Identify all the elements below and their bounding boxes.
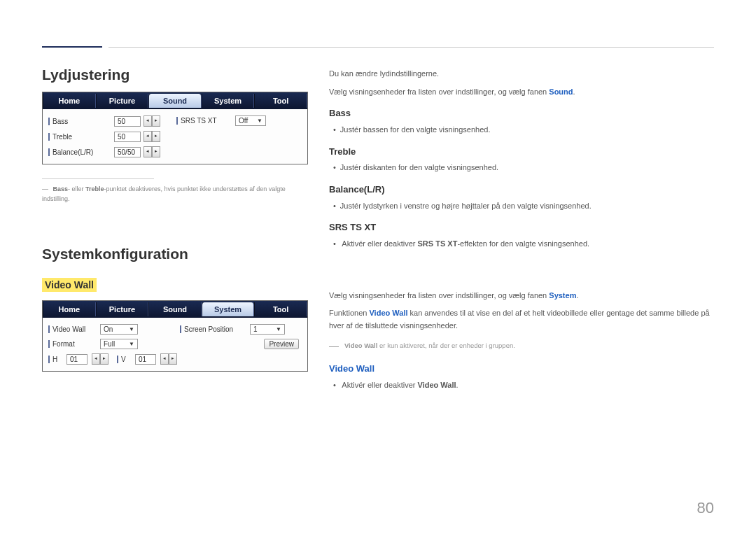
bullet-srs: Aktivér eller deaktiver SRS TS XT-effekt… xyxy=(342,238,714,251)
bullet-bass: Justér bassen for den valgte visningsenh… xyxy=(342,124,714,136)
tab-tool[interactable]: Tool xyxy=(254,94,307,108)
sys-note: ― Video Wall er kun aktiveret, når der e… xyxy=(329,338,714,353)
format-dropdown[interactable]: Full▼ xyxy=(100,339,138,349)
sound-panel: Home Picture Sound System Tool Bass 50 ◂… xyxy=(42,92,308,164)
tab-system-2[interactable]: System xyxy=(202,302,255,316)
bullet-videowall: Aktivér eller deaktiver Video Wall. xyxy=(342,379,714,392)
balance-value[interactable]: 50/50 xyxy=(114,147,141,157)
highlight-video-wall: Video Wall xyxy=(42,278,97,292)
system-tab-bar: Home Picture Sound System Tool xyxy=(43,301,307,318)
intro-line-1: Du kan ændre lydindstillingerne. xyxy=(329,68,714,80)
tab-picture[interactable]: Picture xyxy=(96,94,149,108)
section-title-system: Systemkonfiguration xyxy=(42,246,308,262)
subhead-bass: Bass xyxy=(329,106,714,121)
intro-line-2: Vælg visningsenheder fra listen over ind… xyxy=(329,86,714,99)
tab-picture-2[interactable]: Picture xyxy=(96,302,149,316)
bass-label: Bass xyxy=(48,118,111,125)
subhead-balance: Balance(L/R) xyxy=(329,183,714,197)
format-label: Format xyxy=(48,340,97,348)
chevron-down-icon: ▼ xyxy=(129,326,134,332)
tab-sound[interactable]: Sound xyxy=(148,94,202,108)
srs-label: SRS TS XT xyxy=(176,117,232,125)
h-label: H xyxy=(48,356,62,363)
bullet-balance: Justér lydstyrken i venstre og højre høj… xyxy=(342,200,714,213)
subhead-videowall: Video Wall xyxy=(329,362,714,377)
preview-button[interactable]: Preview xyxy=(264,339,299,349)
tab-tool-2[interactable]: Tool xyxy=(254,302,307,316)
page-number: 80 xyxy=(697,499,714,517)
treble-label: Treble xyxy=(48,133,111,141)
sys-desc: Funktionen Video Wall kan anvendes til a… xyxy=(329,307,714,332)
treble-value[interactable]: 50 xyxy=(114,132,141,142)
screenpos-dropdown[interactable]: 1▼ xyxy=(250,324,285,335)
treble-spinner[interactable]: ◂▸ xyxy=(144,131,160,142)
h-value[interactable]: 01 xyxy=(66,354,88,365)
bass-spinner[interactable]: ◂▸ xyxy=(144,115,160,127)
videowall-dropdown[interactable]: On▼ xyxy=(100,324,138,335)
bass-value[interactable]: 50 xyxy=(114,116,141,127)
videowall-label: Video Wall xyxy=(48,325,97,333)
sound-tab-bar: Home Picture Sound System Tool xyxy=(43,92,307,109)
footnote-divider xyxy=(42,178,154,179)
chevron-down-icon: ▼ xyxy=(257,118,262,124)
header-accent-bar xyxy=(42,46,102,48)
screenpos-label: Screen Position xyxy=(180,325,247,333)
chevron-down-icon: ▼ xyxy=(129,341,134,347)
sys-intro: Vælg visningsenheder fra listen over ind… xyxy=(329,290,714,302)
bullet-treble: Justér diskanten for den valgte visnings… xyxy=(342,162,714,174)
tab-system[interactable]: System xyxy=(202,94,255,108)
h-spinner[interactable]: ◂▸ xyxy=(92,353,108,365)
subhead-treble: Treble xyxy=(329,145,714,160)
balance-label: Balance(L/R) xyxy=(48,148,111,156)
subhead-srs: SRS TS XT xyxy=(329,220,714,235)
chevron-down-icon: ▼ xyxy=(276,326,281,332)
tab-home-2[interactable]: Home xyxy=(43,302,96,316)
footnote-audio: ― Bass- eller Treble-punktet deaktiveres… xyxy=(42,185,308,204)
v-value[interactable]: 01 xyxy=(135,354,156,365)
header-divider xyxy=(108,47,714,48)
section-title-audio: Lydjustering xyxy=(42,66,308,83)
v-label: V xyxy=(117,356,131,363)
system-panel: Home Picture Sound System Tool Video Wal… xyxy=(42,300,308,372)
srs-dropdown[interactable]: Off▼ xyxy=(235,115,266,126)
tab-home[interactable]: Home xyxy=(43,94,96,108)
balance-spinner[interactable]: ◂▸ xyxy=(144,146,160,157)
v-spinner[interactable]: ◂▸ xyxy=(160,353,177,365)
tab-sound-2[interactable]: Sound xyxy=(148,302,202,316)
